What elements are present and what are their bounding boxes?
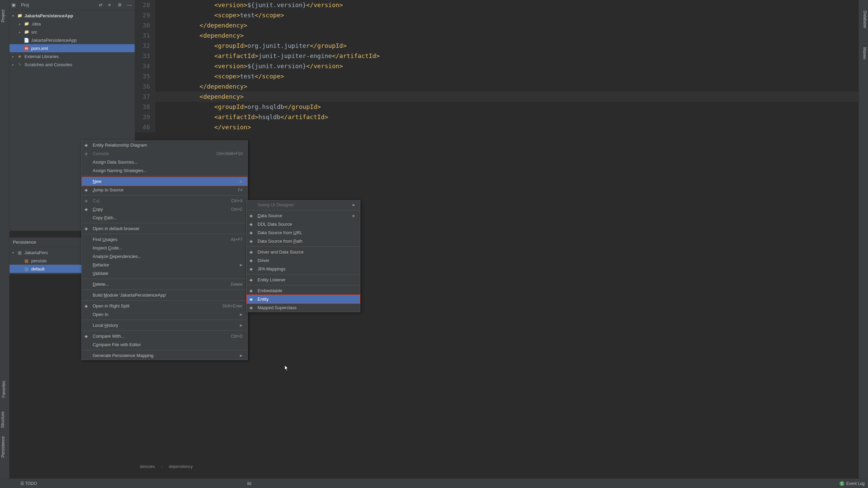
blank-icon: [84, 179, 91, 184]
menu-item-analyze-dependencies[interactable]: Analyze Dependencies...: [82, 252, 247, 261]
tree-item[interactable]: ▸External Libraries: [10, 52, 135, 60]
blank-icon: [84, 342, 91, 348]
embed-icon: ◈: [249, 288, 256, 294]
menu-item-data-source-from-url[interactable]: ◈Data Source from URL: [247, 228, 360, 237]
menu-item-inspect-code[interactable]: Inspect Code...: [82, 244, 247, 252]
breadcrumb-item[interactable]: dencies: [140, 464, 155, 469]
context-menu: ◈Entity Relationship Diagram◈ConsoleCtrl…: [81, 140, 248, 360]
editor-code[interactable]: <version>${junit.version}</version> <sco…: [155, 0, 858, 132]
blank-icon: [84, 168, 91, 173]
menu-item-generate-persistence-mapping[interactable]: Generate Persistence Mapping▶: [82, 351, 247, 360]
blank-icon: [84, 215, 91, 221]
db-path-icon: ◈: [249, 239, 256, 244]
tree-item[interactable]: ▸Scratches and Consoles: [10, 60, 135, 69]
menu-item-copy[interactable]: ◈CopyCtrl+C: [82, 205, 247, 213]
menu-item-validate[interactable]: Validate: [82, 269, 247, 278]
right-tool-strip: Database Maven: [858, 0, 868, 488]
menu-item-driver[interactable]: ◈Driver: [247, 256, 360, 265]
blank-icon: [249, 202, 256, 208]
database-tool-tab[interactable]: Database: [862, 11, 867, 28]
structure-tool-tab[interactable]: Structure: [0, 412, 5, 428]
blank-icon: [84, 245, 91, 251]
menu-item-local-history[interactable]: Local History▶: [82, 321, 247, 330]
pencil-icon: ◈: [84, 187, 91, 193]
menu-item-open-in[interactable]: Open In▶: [82, 310, 247, 319]
mapped-icon: ◈: [249, 305, 256, 311]
jpa-icon: ◈: [249, 266, 256, 272]
favorites-tool-tab[interactable]: Favorites: [1, 381, 6, 397]
menu-item-build-module-jakartapersistenceapp[interactable]: Build Module 'JakartaPersistenceApp': [82, 291, 247, 299]
menu-item-open-in-right-split[interactable]: ◈Open in Right SplitShift+Enter: [82, 302, 247, 310]
blank-icon: [84, 262, 91, 268]
left-tool-strip: Project Structure Favorites Persistence: [0, 0, 10, 488]
settings-icon[interactable]: ⚙: [118, 2, 123, 8]
todo-tool-button[interactable]: ☰ TODO: [20, 481, 37, 486]
menu-item-assign-data-sources[interactable]: Assign Data Sources...: [82, 158, 247, 166]
breadcrumb-separator: ›: [161, 464, 163, 469]
blank-icon: [84, 254, 91, 259]
menu-item-cut: ◈CutCtrl+X: [82, 196, 247, 205]
menu-item-ddl-data-source[interactable]: ◈DDL Data Source: [247, 220, 360, 228]
menu-item-entity[interactable]: ◈Entity: [247, 295, 360, 303]
expand-all-icon[interactable]: ≡: [108, 2, 114, 8]
db-icon: ◈: [249, 213, 256, 219]
menu-item-refactor[interactable]: Refactor▶: [82, 261, 247, 269]
menu-item-jpa-mappings[interactable]: ◈JPA Mappings: [247, 265, 360, 273]
ddl-icon: ◈: [249, 222, 256, 227]
tree-item[interactable]: ▾JakartaPersistenceApp: [10, 12, 135, 20]
menu-item-embeddable[interactable]: ◈Embeddable: [247, 286, 360, 295]
menu-item-copy-path[interactable]: Copy Path...: [82, 213, 247, 222]
hide-icon[interactable]: —: [127, 2, 133, 8]
editor-breadcrumb[interactable]: dencies › dependency: [135, 462, 197, 471]
editor-gutter[interactable]: 28293031323334353637383940: [135, 0, 155, 132]
driver-icon: ◈: [249, 249, 256, 255]
menu-item-compare-file-with-editor[interactable]: Compare File with Editor: [82, 340, 247, 349]
entity-icon: ◈: [249, 297, 256, 302]
split-icon: ◈: [84, 303, 91, 309]
menu-item-open-in-default-browser[interactable]: ◈Open in default browser: [82, 224, 247, 233]
project-tree[interactable]: ▾JakartaPersistenceApp▸.idea▸src📄Jakarta…: [10, 10, 135, 70]
cut-icon: ◈: [84, 198, 91, 204]
blank-icon: [84, 353, 91, 358]
blank-icon: [84, 237, 91, 242]
blank-icon: [84, 271, 91, 276]
menu-item-jump-to-source[interactable]: ◈Jump to SourceF4: [82, 186, 247, 194]
blank-icon: [84, 293, 91, 298]
menu-item-find-usages[interactable]: Find UsagesAlt+F7: [82, 235, 247, 244]
new-submenu: Swing UI Designer▶◈Data Source▶◈DDL Data…: [246, 200, 360, 312]
driver-icon: ◈: [249, 258, 256, 263]
menu-item-entity-relationship-diagram[interactable]: ◈Entity Relationship Diagram: [82, 141, 247, 149]
compare-icon: ◈: [84, 334, 91, 339]
project-view-icon[interactable]: ▣: [12, 2, 17, 8]
tree-item[interactable]: mpom.xml: [10, 44, 135, 52]
menu-item-swing-ui-designer: Swing UI Designer▶: [247, 201, 360, 209]
maven-tool-tab[interactable]: Maven: [862, 47, 867, 59]
tree-item[interactable]: ▸.idea: [10, 20, 135, 28]
menu-item-mapped-superclass[interactable]: ◈Mapped Superclass: [247, 303, 360, 312]
menu-item-console: ◈ConsoleCtrl+Shift+F10: [82, 149, 247, 158]
share-icon: ◈: [84, 143, 91, 148]
menu-item-entity-listener[interactable]: ◈Entity Listener: [247, 276, 360, 284]
copy-icon: ◈: [84, 207, 91, 212]
blank-icon: [84, 282, 91, 287]
db-url-icon: ◈: [249, 230, 256, 236]
tree-item[interactable]: ▸src: [10, 28, 135, 36]
menu-item-delete[interactable]: Delete...Delete: [82, 280, 247, 288]
event-log-button[interactable]: Event Log: [846, 481, 865, 486]
menu-item-assign-naming-strategies[interactable]: Assign Naming Strategies...: [82, 166, 247, 175]
menu-item-data-source-from-path[interactable]: ◈Data Source from Path: [247, 237, 360, 245]
menu-item-data-source[interactable]: ◈Data Source▶: [247, 211, 360, 220]
blank-icon: [84, 323, 91, 328]
project-tool-tab[interactable]: Project: [1, 10, 5, 22]
select-opened-icon[interactable]: ⇄: [99, 2, 104, 8]
persistence-tool-tab[interactable]: Persistence: [1, 436, 5, 458]
globe-icon: ◈: [84, 226, 91, 231]
menu-item-driver-and-data-source[interactable]: ◈Driver and Data Source: [247, 248, 360, 256]
menu-item-new[interactable]: New▶: [82, 177, 247, 186]
build-tool-button[interactable]: ild: [247, 481, 251, 486]
tree-item[interactable]: 📄JakartaPersistenceApp: [10, 36, 135, 44]
breadcrumb-item[interactable]: dependency: [169, 464, 193, 469]
project-panel-title: Proj: [21, 2, 29, 7]
menu-item-compare-with[interactable]: ◈Compare With...Ctrl+D: [82, 332, 247, 340]
blank-icon: [84, 159, 91, 165]
